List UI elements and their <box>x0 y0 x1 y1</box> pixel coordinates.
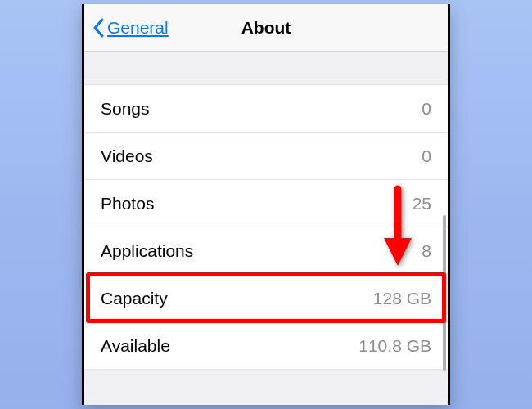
row-photos[interactable]: Photos 25 <box>84 180 448 227</box>
row-value: 8 <box>422 241 431 261</box>
row-value: 0 <box>422 99 431 119</box>
chevron-left-icon <box>92 18 104 38</box>
page-title: About <box>241 18 291 38</box>
row-label: Videos <box>101 146 153 166</box>
phone-frame: General About Songs 0 Videos 0 Photos 25… <box>82 4 450 405</box>
back-button[interactable]: General <box>92 18 169 38</box>
scrollbar[interactable] <box>443 215 446 371</box>
row-songs[interactable]: Songs 0 <box>84 85 448 133</box>
row-label: Capacity <box>101 289 168 308</box>
back-label: General <box>107 18 169 38</box>
row-value: 110.8 GB <box>358 336 431 356</box>
row-videos[interactable]: Videos 0 <box>84 133 448 180</box>
about-list: Songs 0 Videos 0 Photos 25 Applications … <box>84 84 448 370</box>
content-area: Songs 0 Videos 0 Photos 25 Applications … <box>84 52 448 405</box>
row-label: Available <box>101 336 170 356</box>
row-value: 128 GB <box>373 289 431 308</box>
navbar: General About <box>84 4 448 52</box>
row-value: 25 <box>413 194 431 213</box>
row-available[interactable]: Available 110.8 GB <box>84 322 448 370</box>
row-applications[interactable]: Applications 8 <box>84 227 448 275</box>
row-label: Photos <box>101 194 154 213</box>
row-label: Applications <box>101 241 193 261</box>
row-label: Songs <box>101 99 150 119</box>
row-capacity[interactable]: Capacity 128 GB <box>84 275 448 322</box>
row-value: 0 <box>422 146 431 166</box>
